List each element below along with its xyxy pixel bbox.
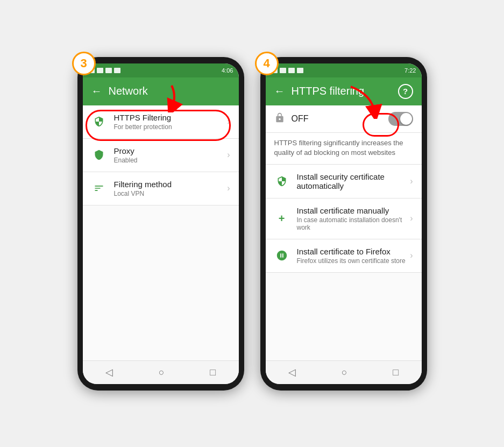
install-cert-auto-text: Install security certificate automatical… (297, 172, 410, 190)
install-cert-firefox-item[interactable]: Install certificate to Firefox Firefox u… (266, 239, 422, 273)
app-title-3: Network (109, 85, 230, 97)
install-cert-manual-title: Install certificate manually (297, 206, 410, 215)
status-time-4: 7:22 (404, 67, 416, 74)
install-cert-firefox-title: Install certificate to Firefox (297, 247, 410, 256)
step4-container: 4 7:22 ← HTTPS filtering ? (260, 57, 427, 391)
battery-icon (114, 68, 120, 73)
https-filtering-text: HTTPS Filtering For better protection (114, 113, 228, 131)
back-button-3[interactable]: ← (91, 85, 102, 97)
back-nav-3[interactable]: ◁ (105, 366, 113, 378)
https-description: HTTPS filtering significantly increases … (266, 133, 422, 165)
screen3-content: HTTPS Filtering For better protection › … (83, 105, 239, 360)
signal-icon (97, 68, 103, 73)
proxy-text: Proxy Enabled (114, 146, 228, 164)
vpn-icon (105, 68, 112, 73)
install-cert-firefox-chevron: › (410, 251, 413, 260)
install-cert-auto-item[interactable]: Install security certificate automatical… (266, 165, 422, 198)
status-bar-4: 7:22 (266, 63, 422, 77)
https-filtering-item[interactable]: HTTPS Filtering For better protection › (83, 105, 239, 139)
app-bar-3: ← Network (83, 77, 239, 105)
bottom-nav-3: ◁ ○ □ (83, 360, 239, 384)
phone4: 7:22 ← HTTPS filtering ? OFF (260, 57, 427, 391)
proxy-chevron: › (227, 150, 230, 160)
install-cert-manual-subtitle: In case automatic installation doesn't w… (297, 216, 410, 231)
off-label: OFF (292, 114, 388, 124)
phone3-screen: 4:06 ← Network HTTPS Filtering For bette… (83, 63, 239, 384)
app-bar-4: ← HTTPS filtering ? (266, 77, 422, 105)
plus-icon: + (279, 212, 285, 225)
shield-icon-4 (288, 68, 295, 73)
recents-nav-4[interactable]: □ (393, 367, 399, 378)
step4-badge: 4 (255, 52, 279, 75)
filtering-method-text: Filtering method Local VPN (114, 180, 228, 197)
install-cert-auto-icon (274, 174, 289, 189)
https-filtering-chevron: › (227, 117, 230, 126)
toggle-switch[interactable] (388, 112, 413, 126)
help-button-4[interactable]: ? (398, 84, 413, 99)
home-nav-4[interactable]: ○ (342, 367, 347, 378)
battery-icon-4 (297, 68, 303, 73)
filtering-method-title: Filtering method (114, 180, 228, 189)
bottom-nav-4: ◁ ○ □ (266, 360, 422, 384)
step3-container: 3 4:06 ← Network (77, 57, 244, 391)
download-icon-4 (280, 68, 286, 73)
app-title-4: HTTPS filtering (292, 85, 392, 97)
recents-nav-3[interactable]: □ (210, 367, 216, 378)
install-cert-manual-icon: + (274, 211, 289, 226)
status-time-3: 4:06 (222, 67, 233, 74)
install-cert-auto-chevron: › (410, 176, 413, 186)
install-cert-firefox-text: Install certificate to Firefox Firefox u… (297, 247, 410, 265)
proxy-title: Proxy (114, 146, 228, 155)
status-bar-3: 4:06 (83, 63, 239, 77)
install-cert-auto-title: Install security certificate automatical… (297, 172, 410, 190)
https-filtering-title: HTTPS Filtering (114, 113, 228, 122)
proxy-subtitle: Enabled (114, 157, 228, 164)
back-nav-4[interactable]: ◁ (288, 366, 296, 378)
home-nav-3[interactable]: ○ (159, 367, 165, 378)
phone4-screen: 7:22 ← HTTPS filtering ? OFF (266, 63, 422, 384)
https-filtering-subtitle: For better protection (114, 123, 228, 131)
proxy-item[interactable]: Proxy Enabled › (83, 139, 239, 172)
filtering-method-item[interactable]: Filtering method Local VPN › (83, 172, 239, 205)
install-cert-firefox-subtitle: Firefox utilizes its own certificate sto… (297, 257, 410, 265)
screen4-content: OFF HTTPS filtering significantly increa… (266, 105, 422, 360)
off-toggle-row[interactable]: OFF (266, 105, 422, 133)
filtering-method-chevron: › (227, 183, 230, 193)
phone3: 4:06 ← Network HTTPS Filtering For bette… (77, 57, 244, 391)
lock-icon-4 (274, 112, 285, 125)
https-filtering-icon (91, 114, 107, 129)
filtering-method-icon (91, 181, 107, 196)
install-cert-manual-chevron: › (410, 214, 413, 223)
install-cert-firefox-icon (274, 248, 289, 263)
toggle-knob (400, 113, 412, 125)
back-button-4[interactable]: ← (274, 85, 285, 97)
filtering-method-subtitle: Local VPN (114, 190, 228, 197)
step3-badge: 3 (72, 52, 96, 75)
install-cert-manual-text: Install certificate manually In case aut… (297, 206, 410, 231)
install-cert-manual-item[interactable]: + Install certificate manually In case a… (266, 198, 422, 239)
proxy-icon (91, 147, 107, 162)
